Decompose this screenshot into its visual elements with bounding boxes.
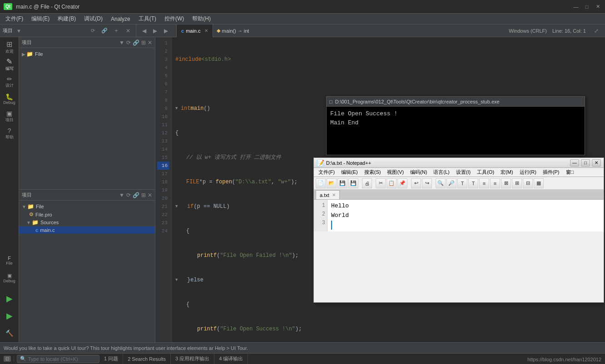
line-col-status: Line: 16, Col: 1 <box>552 28 586 34</box>
npp-code-content[interactable]: Hello World <box>327 200 604 231</box>
npp-close[interactable]: ✕ <box>592 159 601 167</box>
bottom-search[interactable]: 🔍 <box>17 355 99 363</box>
npp-redo[interactable]: ↪ <box>422 178 432 188</box>
npp-editor[interactable]: 1 2 3 Hello World <box>314 200 604 231</box>
npp-new[interactable]: 📄 <box>316 178 326 188</box>
tree-root-file[interactable]: ▶ 📁 File <box>19 50 155 58</box>
menu-edit[interactable]: 编辑(E) <box>28 14 53 24</box>
menu-file[interactable]: 文件(F) <box>2 14 27 24</box>
npp-find[interactable]: 🔍 <box>436 178 446 188</box>
npp-undo[interactable]: ↩ <box>411 178 421 188</box>
npp-paste[interactable]: 📌 <box>397 178 407 188</box>
sidebar-item-design[interactable]: ✏ 设计 <box>1 74 18 90</box>
npp-menu-edit[interactable]: 编辑(E) <box>338 168 361 176</box>
search-input[interactable] <box>28 356 96 362</box>
build-button[interactable]: 🔨 <box>1 325 18 341</box>
filter-btn[interactable]: ▼ <box>119 39 124 46</box>
sync-icon[interactable]: ⟳ <box>88 26 98 36</box>
add-icon[interactable]: + <box>111 26 121 36</box>
add-btn[interactable]: ⊞ <box>141 39 146 46</box>
add-btn2[interactable]: ⊞ <box>141 192 146 198</box>
npp-menu-macro[interactable]: 宏(M) <box>498 168 516 176</box>
error-indicator[interactable]: ⊡ <box>4 356 14 362</box>
icon-sidebar: ⊞ 欢迎 ✎ 编写 ✏ 设计 🐛 Debug ▣ 项目 ? 帮助 F File <box>0 37 19 342</box>
link-icon[interactable]: 🔗 <box>99 26 109 36</box>
filter-icon[interactable]: ▼ <box>16 28 21 34</box>
minimize-button[interactable]: — <box>572 3 580 10</box>
npp-tab-close-icon[interactable]: ✕ <box>332 192 336 197</box>
filter-btn2[interactable]: ▼ <box>119 192 124 198</box>
tree-item-filepro[interactable]: ⚙ File.pro <box>19 211 155 218</box>
forward-button[interactable]: ▶ <box>150 26 160 36</box>
close-button[interactable]: ✕ <box>594 3 601 10</box>
npp-save[interactable]: 💾 <box>337 178 347 188</box>
npp-menu-view[interactable]: 视图(V) <box>384 168 407 176</box>
npp-editor-area[interactable]: 1 2 3 Hello World <box>314 200 604 231</box>
link-btn[interactable]: 🔗 <box>133 39 139 46</box>
run-button[interactable]: ▶ <box>1 290 18 307</box>
npp-t5[interactable]: ⊠ <box>501 178 511 188</box>
close-btn[interactable]: ✕ <box>148 39 152 46</box>
tab-close-icon[interactable]: ✕ <box>204 28 208 33</box>
sidebar-item-help[interactable]: ? 帮助 <box>1 125 18 142</box>
file-tab[interactable]: c main.c ✕ <box>176 25 213 37</box>
bottom-tab-issues[interactable]: 1 问题 <box>99 354 123 364</box>
tree-item-mainc[interactable]: c main.c <box>19 226 155 234</box>
npp-menu-lang[interactable]: 语言(L) <box>431 168 452 176</box>
npp-zoom[interactable]: 🔎 <box>446 178 456 188</box>
npp-cut[interactable]: ✂ <box>376 178 386 188</box>
npp-t4[interactable]: ≡ <box>490 178 500 188</box>
npp-maximize[interactable]: □ <box>581 159 590 167</box>
npp-minimize[interactable]: — <box>570 159 579 167</box>
npp-t6[interactable]: ⊞ <box>512 178 522 188</box>
npp-t8[interactable]: ▦ <box>534 178 544 188</box>
npp-t7[interactable]: ⊟ <box>523 178 533 188</box>
bottom-tab-search[interactable]: 2 Search Results <box>123 354 171 364</box>
sidebar-item-debug[interactable]: 🐛 Debug <box>1 91 18 107</box>
npp-menu-plugins[interactable]: 插件(P) <box>540 168 562 176</box>
menu-help[interactable]: 帮助(H) <box>188 14 214 24</box>
notepad-window[interactable]: 📝 D:\a.txt - Notepad++ — □ ✕ 文件(F) 编辑(E)… <box>313 157 604 303</box>
npp-print[interactable]: 🖨 <box>362 178 372 188</box>
sync-btn2[interactable]: ⟳ <box>126 192 131 198</box>
status-message: Would you like to take a quick UI tour? … <box>4 345 248 351</box>
npp-menu-window[interactable]: 窗□ <box>563 168 577 176</box>
npp-menu-file[interactable]: 文件(F) <box>316 168 337 176</box>
sidebar-item-project[interactable]: ▣ 项目 <box>1 108 18 124</box>
npp-menu-encoding[interactable]: 编码(N) <box>407 168 430 176</box>
npp-t3[interactable]: ≡ <box>479 178 489 188</box>
sidebar-item-edit[interactable]: ✎ 编写 <box>1 56 18 73</box>
sidebar-item-debug-mode[interactable]: ▣ Debug <box>1 270 18 286</box>
npp-copy[interactable]: 📋 <box>387 178 397 188</box>
bottom-tab-appoutput[interactable]: 3 应用程序输出 <box>171 354 214 364</box>
npp-menu-settings[interactable]: 设置(I) <box>453 168 473 176</box>
menu-build[interactable]: 构建(B) <box>54 14 79 24</box>
sidebar-item-welcome[interactable]: ⊞ 欢迎 <box>1 39 18 55</box>
expand-icon[interactable]: ⤢ <box>591 26 601 36</box>
menu-debug[interactable]: 调试(D) <box>80 14 106 24</box>
npp-open[interactable]: 📂 <box>327 178 337 188</box>
more-button[interactable]: ▶ <box>161 26 171 36</box>
back-button[interactable]: ◀ <box>139 26 149 36</box>
tree-item-sources[interactable]: ▼ 📁 Sources <box>19 218 155 226</box>
bottom-tab-buildoutput[interactable]: 4 编译输出 <box>214 354 248 364</box>
menu-tools[interactable]: 工具(T) <box>135 14 160 24</box>
npp-menu-run[interactable]: 运行(R) <box>517 168 539 176</box>
terminal-window[interactable]: □ D:\001_Programs\012_Qt\Tools\QtCreator… <box>326 96 585 155</box>
npp-saveall[interactable]: 💾 <box>348 178 358 188</box>
npp-tab-atxt[interactable]: a.txt ✕ <box>316 190 340 199</box>
sync-btn[interactable]: ⟳ <box>126 39 131 46</box>
maximize-button[interactable]: □ <box>583 3 590 10</box>
close-btn2[interactable]: ✕ <box>148 192 152 198</box>
npp-menu-tools[interactable]: 工具(O) <box>474 168 497 176</box>
npp-menu-search[interactable]: 搜索(S) <box>362 168 384 176</box>
menu-analyze[interactable]: Analyze <box>107 15 134 23</box>
tree-item-file-root[interactable]: ▼ 📁 File <box>19 202 155 211</box>
close-panel-icon[interactable]: ✕ <box>123 26 133 36</box>
link-btn2[interactable]: 🔗 <box>133 192 139 198</box>
npp-t1[interactable]: T <box>457 178 467 188</box>
run-debug-button[interactable]: ▶ <box>1 308 18 324</box>
npp-t2[interactable]: T <box>468 178 478 188</box>
menu-controls[interactable]: 控件(W) <box>161 14 188 24</box>
sidebar-item-file-mode[interactable]: F File <box>1 252 18 269</box>
